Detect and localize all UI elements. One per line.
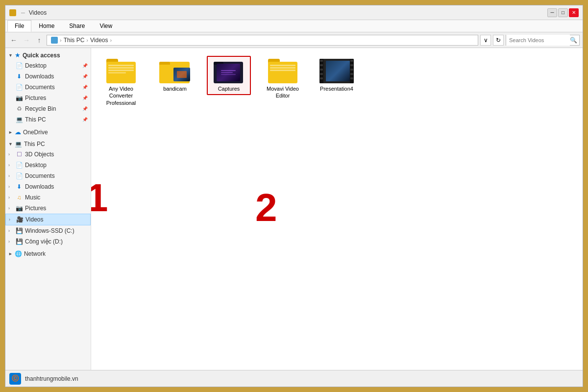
pictures-icon: 📷 — [15, 94, 23, 102]
sidebar-item-documents-pc[interactable]: › 📄 Documents — [5, 171, 91, 181]
onedrive-icon: ☁ — [15, 128, 21, 136]
network-label: Network — [24, 250, 46, 257]
folder-name: Movavi Video Editor — [264, 85, 302, 99]
address-right: ∨ ↻ 🔍 — [480, 35, 580, 46]
up-button[interactable]: ↑ — [34, 35, 45, 46]
sidebar-item-pictures-qa[interactable]: 📷 Pictures 📌 — [5, 93, 91, 103]
tab-view[interactable]: View — [92, 20, 120, 32]
pin-icon: 📌 — [82, 85, 88, 90]
folder-captures[interactable]: Captures — [207, 56, 251, 95]
quick-access-label: Quick access — [23, 52, 60, 59]
content-area: 1 2 — [91, 48, 583, 370]
refresh-button[interactable]: ↻ — [493, 35, 504, 46]
sidebar-item-videos-pc[interactable]: › 🎥 Videos — [5, 214, 91, 225]
window-controls: ─ □ ✕ — [547, 8, 579, 17]
minimize-button[interactable]: ─ — [547, 8, 557, 17]
sidebar-item-downloads-pc[interactable]: › ⬇ Downloads — [5, 181, 91, 192]
sidebar-label: This PC — [25, 116, 80, 123]
video-thumbnail — [319, 59, 354, 83]
folder-icon — [268, 59, 297, 83]
title-bar: ─ Videos ─ □ ✕ — [5, 5, 583, 20]
file-name: Presentation4 — [320, 85, 353, 92]
pin-icon: 📌 — [82, 106, 88, 111]
sidebar-item-music-pc[interactable]: › ♫ Music — [5, 192, 91, 203]
sidebar-item-downloads-qa[interactable]: ⬇ Downloads 📌 — [5, 71, 91, 82]
search-icon: 🔍 — [570, 37, 579, 44]
sidebar-item-desktop-qa[interactable]: 📄 Desktop 📌 — [5, 60, 91, 71]
desktop-pc-icon: 📄 — [15, 161, 23, 169]
status-bar: ⓒ thanhtrungmobile.vn — [5, 370, 583, 387]
quick-access-star-icon: ★ — [15, 51, 21, 59]
quick-access-header[interactable]: ▼ ★ Quick access — [5, 50, 91, 60]
close-button[interactable]: ✕ — [569, 8, 579, 17]
pin-icon: 📌 — [82, 63, 88, 68]
ribbon-tabs: File Home Share View — [5, 20, 583, 32]
sidebar-item-3dobjects[interactable]: › ☐ 3D Objects — [5, 149, 91, 160]
sidebar-label: Documents — [25, 84, 80, 91]
maximize-button[interactable]: □ — [558, 8, 568, 17]
address-path[interactable]: › This PC › Videos › — [47, 35, 478, 46]
sidebar-item-thispc-qa[interactable]: 💻 This PC 📌 — [5, 114, 91, 125]
thispc-section-label: This PC — [24, 141, 45, 147]
annotation-number-1: 1 — [91, 175, 108, 220]
address-bar: ← → ↑ › This PC › Videos › ∨ ↻ 🔍 — [5, 32, 583, 48]
sidebar-label: Pictures — [25, 205, 88, 212]
recycle-icon: ♻ — [15, 105, 23, 113]
thispc-section-icon: 💻 — [15, 141, 22, 147]
drive-c-icon: 💾 — [15, 227, 23, 235]
thispc-section-header[interactable]: ▼ 💻 This PC — [5, 139, 91, 149]
sidebar-item-windows-ssd[interactable]: › 💾 Windows-SSD (C:) — [5, 225, 91, 236]
window-title: Videos — [29, 9, 47, 16]
sidebar-label: Downloads — [25, 183, 88, 190]
documents-pc-icon: 📄 — [15, 172, 23, 180]
pin-icon: 📌 — [82, 74, 88, 79]
sidebar-label: Downloads — [25, 73, 80, 80]
tab-share[interactable]: Share — [62, 20, 92, 32]
folder-icon — [106, 59, 136, 83]
sidebar: ▼ ★ Quick access 📄 Desktop 📌 ⬇ Downloads… — [5, 48, 91, 370]
sidebar-label: Windows-SSD (C:) — [25, 227, 88, 234]
onedrive-chevron: ► — [8, 130, 13, 135]
file-presentation4[interactable]: Presentation4 — [315, 56, 359, 95]
path-thispc[interactable]: This PC — [64, 37, 85, 44]
window-icon — [9, 9, 16, 16]
onedrive-label: OneDrive — [23, 129, 48, 136]
videos-icon: 🎥 — [16, 216, 24, 223]
3d-icon: ☐ — [15, 150, 23, 158]
sidebar-label: Desktop — [25, 162, 88, 169]
folder-any-video-converter[interactable]: Any Video Converter Professional — [99, 56, 143, 109]
downloads-icon: ⬇ — [15, 73, 23, 80]
window-minimize-btn[interactable]: ─ — [21, 10, 25, 16]
path-dropdown-button[interactable]: ∨ — [480, 35, 491, 46]
forward-button[interactable]: → — [21, 35, 32, 46]
onedrive-header[interactable]: ► ☁ OneDrive — [5, 127, 91, 137]
quick-access-chevron: ▼ — [8, 53, 13, 58]
drive-d-icon: 💾 — [15, 238, 23, 245]
sidebar-item-documents-qa[interactable]: 📄 Documents 📌 — [5, 82, 91, 93]
folder-movavi[interactable]: Movavi Video Editor — [261, 56, 305, 102]
this-pc-icon — [51, 37, 58, 44]
search-container: 🔍 — [506, 35, 580, 46]
music-icon: ♫ — [15, 194, 23, 201]
bandicam-folder-icon — [159, 59, 191, 83]
sidebar-item-pictures-pc[interactable]: › 📷 Pictures — [5, 203, 91, 214]
back-button[interactable]: ← — [8, 35, 19, 46]
sidebar-item-congviec[interactable]: › 💾 Công việc (D:) — [5, 236, 91, 247]
thispc-icon: 💻 — [15, 116, 23, 123]
sidebar-label: Music — [25, 194, 88, 201]
sidebar-item-desktop-pc[interactable]: › 📄 Desktop — [5, 160, 91, 171]
sidebar-label: Recycle Bin — [25, 105, 80, 112]
sidebar-label: 3D Objects — [25, 151, 88, 158]
folder-bandicam[interactable]: bandicam — [153, 56, 197, 95]
network-header[interactable]: ► 🌐 Network — [5, 249, 91, 259]
sidebar-label: Công việc (D:) — [25, 238, 88, 245]
tab-home[interactable]: Home — [31, 20, 62, 32]
search-input[interactable] — [506, 35, 570, 46]
folder-name: bandicam — [163, 85, 187, 92]
sidebar-item-recycle-qa[interactable]: ♻ Recycle Bin 📌 — [5, 103, 91, 114]
path-separator: › — [60, 37, 62, 43]
network-icon: 🌐 — [15, 250, 22, 257]
network-chevron: ► — [8, 251, 13, 256]
tab-file[interactable]: File — [7, 20, 31, 32]
path-videos[interactable]: Videos — [90, 37, 108, 44]
